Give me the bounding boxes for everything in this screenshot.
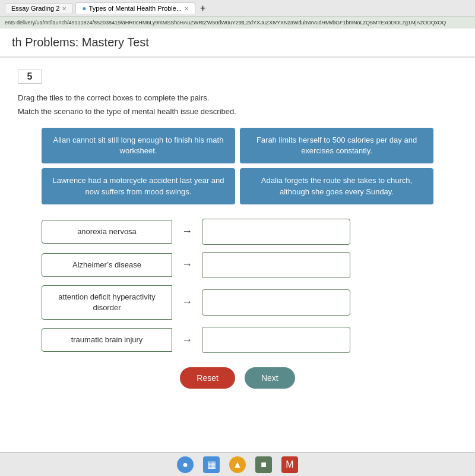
arrow-tbi: →	[172, 334, 202, 346]
reset-button[interactable]: Reset	[180, 367, 235, 389]
next-button[interactable]: Next	[245, 367, 295, 389]
drop-box-alzheimers[interactable]	[202, 252, 350, 278]
browser-tab-bar: Essay Grading 2 ✕ ● Types of Mental Heal…	[0, 0, 475, 17]
new-tab-icon[interactable]: +	[200, 3, 205, 14]
tab-close-icon[interactable]: ✕	[62, 5, 66, 12]
scenario-tile-allan[interactable]: Allan cannot sit still long enough to fi…	[42, 128, 235, 163]
match-row-adhd: attention deficit hyperactivity disorder…	[42, 285, 433, 320]
buttons-area: Reset Next	[18, 367, 457, 389]
match-row-alzheimers: Alzheimer’s disease →	[42, 252, 433, 278]
match-row-tbi: traumatic brain injury →	[42, 327, 433, 353]
label-tbi: traumatic brain injury	[42, 328, 172, 352]
shield-icon[interactable]: ▲	[229, 456, 246, 473]
drop-box-adhd[interactable]	[202, 289, 350, 316]
label-alzheimers: Alzheimer’s disease	[42, 253, 172, 277]
scenario-tile-adalia[interactable]: Adalia forgets the route she takes to ch…	[240, 168, 433, 204]
tab-mental-health[interactable]: ● Types of Mental Health Proble... ✕	[75, 2, 195, 14]
scenario-tile-lawrence[interactable]: Lawrence had a motorcycle accident last …	[42, 168, 235, 204]
matching-area: anorexia nervosa → Alzheimer’s disease →…	[42, 219, 433, 353]
circle-icon: ●	[82, 4, 86, 12]
question-number: 5	[18, 70, 42, 84]
main-content: 5 Drag the tiles to the correct boxes to…	[0, 58, 475, 462]
instruction-drag: Drag the tiles to the correct boxes to c…	[18, 93, 457, 102]
scenario-tiles-grid: Allan cannot sit still long enough to fi…	[42, 128, 433, 204]
chrome-icon[interactable]: ●	[177, 456, 194, 473]
tab-essay-grading[interactable]: Essay Grading 2 ✕	[5, 3, 73, 13]
arrow-alzheimers: →	[172, 259, 202, 271]
page-header: th Problems: Mastery Test	[0, 29, 475, 58]
calendar-icon[interactable]: ▦	[203, 456, 220, 473]
scenario-tile-farah[interactable]: Farah limits herself to 500 calories per…	[240, 128, 433, 163]
drop-box-anorexia[interactable]	[202, 219, 350, 245]
tab-close-active-icon[interactable]: ✕	[184, 5, 189, 12]
drop-box-tbi[interactable]	[202, 327, 350, 353]
label-anorexia: anorexia nervosa	[42, 220, 172, 244]
match-row-anorexia: anorexia nervosa →	[42, 219, 433, 245]
browser-bottom-bar: ● ▦ ▲ ■ M	[0, 452, 475, 476]
arrow-anorexia: →	[172, 225, 202, 238]
tab-label-active: Types of Mental Health Proble...	[89, 5, 182, 12]
mail-icon[interactable]: M	[281, 456, 298, 473]
page-title: th Problems: Mastery Test	[12, 36, 463, 49]
tab-label: Essay Grading 2	[11, 5, 59, 12]
arrow-adhd: →	[172, 296, 202, 308]
folder-icon[interactable]: ■	[255, 456, 272, 473]
url-bar: ents-delivery/ua/mt/launch/49111824/8520…	[0, 17, 475, 29]
label-adhd: attention deficit hyperactivity disorder	[42, 285, 172, 320]
instruction-match: Match the scenario to the type of mental…	[18, 107, 457, 116]
